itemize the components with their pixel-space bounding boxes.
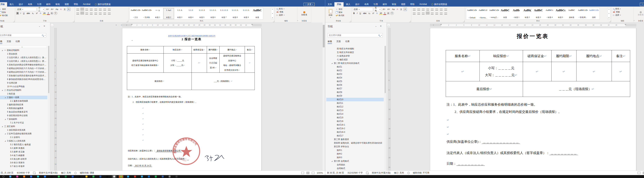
find-button[interactable]: 查找▾	[276, 7, 296, 10]
style-card-普通(网...[interactable]: AaBbCcDc↵普通(网...	[577, 8, 588, 19]
taskbar-app-24[interactable]	[160, 175, 165, 178]
style-card-标题 2[interactable]: 1 Aa1标题 2	[163, 8, 174, 19]
borders-icon[interactable]	[444, 11, 448, 15]
taskbar-app-15[interactable]	[98, 175, 102, 178]
shrink-font-button[interactable]: A˅	[387, 8, 391, 11]
taskbar-app-8[interactable]	[50, 175, 54, 178]
nav-heading-item[interactable]: 3.3 厨师-史玉微	[0, 150, 47, 154]
collapse-triangle-icon[interactable]: ◢	[5, 96, 7, 99]
document-scrollbar[interactable]	[322, 22, 325, 171]
bold-button[interactable]: B	[16, 12, 19, 15]
nav-heading-item[interactable]: 格式12	[326, 105, 384, 109]
nav-heading-item[interactable]: ◢3 拟投入人员情况表	[0, 139, 47, 143]
format-painter-button[interactable]: 格式刷	[336, 14, 344, 17]
nav-heading-item[interactable]: 9 信用记录	[0, 81, 47, 85]
asian-layout-icon[interactable]	[435, 7, 439, 11]
nav-heading-item[interactable]: 格式9	[326, 94, 384, 98]
nav-heading-item[interactable]: 格式16-2	[326, 127, 384, 130]
taskbar-app-9[interactable]	[56, 175, 61, 178]
shrink-font-button[interactable]: A˅	[50, 8, 54, 11]
zoom-level[interactable]: 100%	[317, 172, 323, 174]
style-card-标题 5[interactable]: AaBbCc标题 5	[555, 8, 566, 19]
underline-button[interactable]: U	[22, 12, 25, 15]
collapse-triangle-icon[interactable]: ◢	[332, 62, 334, 65]
nav-heading-item[interactable]: 4 商务条款偏离表	[0, 106, 47, 110]
style-card-标题 6[interactable]: 1.1.1.1.标题 6	[208, 8, 218, 19]
nav-heading-item[interactable]: ◢7 其他材料	[0, 117, 47, 121]
style-card-标题 3[interactable]: AaBbC标题 3	[533, 8, 544, 19]
style-card-强调[interactable]: AaBbCcDd强调	[588, 8, 599, 19]
nav-heading-item[interactable]: ◢一 资格证明材料	[0, 49, 47, 52]
tab-Acrobat[interactable]: Acrobat	[80, 2, 93, 6]
taskbar-app-10[interactable]	[64, 175, 68, 178]
styles-gallery-scroll[interactable]: ▴▾⊽	[608, 8, 610, 19]
final-offer-value-cell[interactable]: ___元（现场填报）↵	[192, 73, 254, 90]
nav-heading-item[interactable]: 1 供应商基本情况表	[0, 128, 47, 132]
nav-heading-item[interactable]: 附件3	[326, 156, 384, 159]
style-card-正文[interactable]: AaBbCcDd↵正文	[130, 8, 141, 19]
italic-button[interactable]: I	[356, 12, 358, 15]
taskbar-app-25[interactable]	[167, 175, 172, 178]
status-page-count[interactable]: 第 33 页, 共 68 页	[327, 172, 344, 174]
table-header-cell[interactable]: 服务名称↵	[127, 46, 164, 54]
table-body-cell[interactable]: 自合同签订之日起至1年↵	[207, 54, 220, 73]
taskbar-app-5[interactable]	[29, 175, 33, 178]
dialog-launcher-icon[interactable]	[350, 20, 351, 22]
nav-heading-item[interactable]: 合同格式	[326, 167, 384, 170]
collapse-triangle-icon[interactable]: ◢	[332, 159, 334, 163]
bold-button[interactable]: B	[352, 12, 356, 15]
nav-heading-item[interactable]: 格式13	[326, 109, 384, 112]
nav-heading-item[interactable]: 6 供应商关联单位说明	[0, 114, 47, 117]
tab-邮件[interactable]: 邮件	[380, 2, 390, 6]
numbering-icon[interactable]	[417, 7, 420, 11]
character-border-button[interactable]: A	[404, 8, 407, 11]
status-track-changes[interactable]: 修订: 关闭	[61, 172, 71, 174]
nav-heading-item[interactable]: 格式17	[326, 134, 384, 138]
nav-heading-item[interactable]: 格式14	[326, 112, 384, 116]
increase-indent-icon[interactable]	[430, 7, 434, 11]
style-card-标题 9[interactable]: 1.1.1.1.标题 9	[241, 8, 252, 19]
chevron-down-icon[interactable]: ⌄	[38, 25, 40, 27]
taskbar-app-1[interactable]	[1, 175, 6, 178]
format-painter-button[interactable]: 格式刷	[0, 14, 8, 17]
table-header-cell[interactable]: 履约地点↵	[576, 50, 612, 62]
justify-icon[interactable]	[426, 11, 430, 15]
style-card-标题[interactable]: AaBbC标题	[500, 8, 510, 19]
taskbar-app-23[interactable]	[154, 175, 158, 178]
nav-heading-item[interactable]: 格式8	[326, 90, 384, 94]
nav-heading-item[interactable]: 格式16-3	[326, 130, 384, 134]
table-body-cell[interactable]: ↵	[446, 62, 480, 81]
collapse-triangle-icon[interactable]: ◢	[5, 139, 7, 143]
nav-scroll-top[interactable]: ▴	[0, 46, 47, 48]
read-mode-button[interactable]	[301, 172, 304, 174]
select-button[interactable]: ▷选择▾	[613, 14, 632, 16]
shading-icon[interactable]	[103, 11, 107, 15]
nav-heading-item[interactable]: 2.1 服务价格明细表	[0, 99, 47, 103]
nav-heading-item[interactable]: 7.1 开户许可证	[0, 121, 47, 125]
tab-设计[interactable]: 设计	[353, 2, 362, 6]
share-button[interactable]: ⤴ 共享 ▾	[304, 3, 315, 6]
nav-heading-item[interactable]: 格式15	[326, 116, 384, 119]
style-card-标题 3[interactable]: 1.1 A标题 3	[174, 8, 185, 19]
justify-icon[interactable]	[89, 11, 93, 15]
nav-heading-item[interactable]: 7 具备履行合同所必需的设备和专业技术能力声...	[0, 74, 47, 78]
nav-heading-item[interactable]: ◢三 其它材料	[0, 125, 47, 128]
taskbar-app-19[interactable]	[126, 175, 130, 178]
nav-heading-item[interactable]: ◢2 近年完成类似项目情况表	[0, 132, 47, 136]
taskbar-app-21[interactable]	[140, 175, 144, 178]
tab-tellme[interactable]: 操作说明搜索	[93, 2, 113, 6]
character-border-button[interactable]: A	[67, 8, 70, 11]
align-right-icon[interactable]	[85, 11, 89, 15]
font-color-button[interactable]: A	[384, 12, 386, 15]
taskbar-app-18[interactable]	[119, 175, 123, 178]
table-header-cell[interactable]: 响应报价↵	[480, 50, 523, 62]
horizontal-ruler[interactable]: 6422468101214161820222426283032343638404…	[122, 24, 262, 26]
font-color-button[interactable]: A	[47, 12, 50, 15]
scrollbar-thumb[interactable]	[323, 25, 325, 47]
decrease-indent-icon[interactable]	[426, 7, 430, 11]
clear-formatting-icon[interactable]: A	[60, 8, 62, 11]
select-button[interactable]: ▷选择▾	[276, 14, 296, 16]
nav-heading-item[interactable]: 5 食品安全质量承诺书	[0, 110, 47, 114]
collapse-ribbon-icon[interactable]: ⌃	[297, 20, 298, 22]
nav-heading-item[interactable]: 3.6 保洁-宋承玲	[0, 161, 47, 165]
